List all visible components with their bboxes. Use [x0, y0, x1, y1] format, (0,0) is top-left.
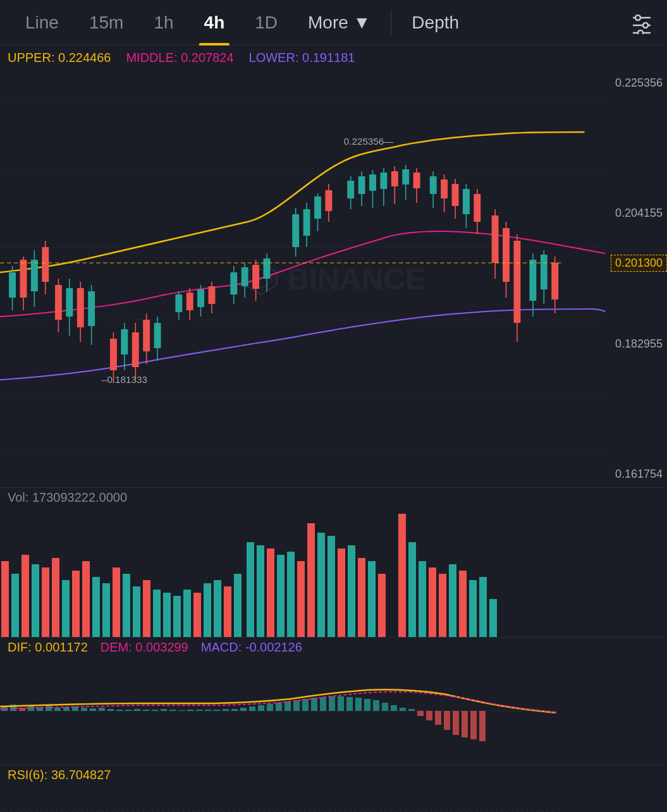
macd-lines-svg — [0, 657, 613, 765]
svg-rect-128 — [257, 545, 264, 637]
svg-rect-182 — [267, 704, 273, 711]
nav-depth[interactable]: Depth — [396, 13, 474, 33]
svg-rect-125 — [224, 586, 231, 637]
svg-rect-104 — [11, 574, 19, 637]
svg-rect-81 — [441, 179, 448, 198]
price-mid-low: 0.182955 — [615, 337, 662, 351]
svg-rect-146 — [449, 564, 456, 637]
svg-rect-97 — [541, 255, 548, 289]
svg-rect-47 — [209, 286, 216, 304]
svg-rect-201 — [435, 711, 441, 725]
svg-rect-112 — [92, 577, 100, 637]
svg-rect-202 — [444, 711, 450, 730]
svg-rect-118 — [153, 590, 161, 637]
svg-rect-147 — [459, 571, 467, 637]
bb-upper-label: UPPER: 0.224466 — [8, 51, 111, 65]
nav-line[interactable]: Line — [10, 0, 74, 45]
svg-rect-45 — [197, 289, 204, 307]
svg-rect-33 — [121, 329, 128, 354]
macd-labels: DIF: 0.001172 DEM: 0.003299 MACD: -0.002… — [0, 638, 667, 657]
rsi-chart[interactable] — [0, 785, 667, 812]
svg-rect-59 — [303, 209, 310, 236]
nav-1d[interactable]: 1D — [240, 0, 293, 45]
svg-rect-145 — [439, 574, 446, 637]
svg-rect-171 — [169, 710, 176, 711]
svg-rect-133 — [307, 523, 315, 637]
svg-rect-25 — [66, 288, 73, 317]
bb-middle-label: MIDDLE: 0.207824 — [126, 51, 233, 65]
rsi-labels: RSI(6): 36.704827 — [0, 765, 667, 785]
svg-rect-15 — [9, 272, 16, 298]
svg-rect-43 — [187, 293, 193, 310]
macd-line-chart[interactable] — [0, 657, 667, 765]
svg-rect-39 — [154, 323, 161, 348]
svg-rect-204 — [462, 711, 468, 737]
svg-rect-205 — [470, 711, 477, 739]
nav-more[interactable]: More ▼ — [293, 0, 386, 45]
svg-rect-141 — [398, 514, 406, 637]
volume-macd-chart[interactable] — [0, 511, 667, 637]
svg-rect-190 — [338, 696, 344, 711]
svg-rect-73 — [391, 171, 398, 186]
price-top: 0.225356 — [615, 76, 662, 90]
svg-rect-49 — [230, 272, 237, 294]
svg-rect-166 — [125, 710, 132, 711]
svg-rect-163 — [99, 708, 105, 711]
svg-rect-17 — [20, 260, 27, 298]
svg-rect-91 — [503, 228, 510, 282]
svg-rect-95 — [529, 260, 536, 301]
svg-rect-79 — [430, 176, 437, 194]
nav-4h[interactable]: 4h — [189, 0, 240, 45]
svg-rect-143 — [419, 561, 426, 637]
svg-rect-122 — [193, 593, 201, 637]
svg-rect-87 — [474, 194, 480, 222]
svg-rect-77 — [413, 173, 420, 188]
svg-point-3 — [643, 23, 648, 28]
price-labels: 0.225356 0.204155 0.182955 0.161754 — [610, 70, 667, 487]
svg-rect-31 — [110, 339, 117, 370]
svg-rect-196 — [391, 705, 397, 711]
svg-rect-110 — [72, 571, 80, 637]
dif-label: DIF: 0.001172 — [8, 640, 88, 655]
price-mid-high: 0.204155 — [615, 207, 662, 220]
bb-lower-label: LOWER: 0.191181 — [249, 51, 355, 65]
svg-rect-199 — [417, 711, 424, 716]
svg-rect-106 — [32, 564, 39, 637]
svg-rect-131 — [287, 552, 295, 637]
svg-rect-67 — [358, 176, 365, 194]
svg-rect-83 — [452, 184, 459, 206]
svg-rect-157 — [46, 706, 52, 711]
svg-rect-132 — [297, 561, 305, 637]
main-chart[interactable]: BINANCE — [0, 70, 667, 487]
rsi-svg — [0, 785, 613, 812]
svg-rect-150 — [489, 599, 497, 637]
svg-rect-126 — [234, 574, 242, 637]
settings-button[interactable] — [627, 8, 657, 38]
svg-point-5 — [638, 30, 643, 34]
nav-1h[interactable]: 1h — [138, 0, 188, 45]
svg-rect-138 — [358, 558, 365, 637]
svg-rect-51 — [242, 267, 248, 286]
svg-rect-27 — [77, 288, 84, 327]
svg-rect-148 — [469, 580, 477, 637]
svg-rect-127 — [247, 542, 254, 637]
svg-rect-130 — [277, 555, 285, 637]
svg-rect-124 — [214, 580, 221, 637]
svg-rect-37 — [143, 320, 150, 351]
svg-rect-184 — [285, 701, 291, 711]
nav-15m[interactable]: 15m — [74, 0, 138, 45]
svg-rect-187 — [311, 698, 317, 711]
svg-rect-111 — [82, 561, 90, 637]
svg-rect-109 — [62, 580, 70, 637]
svg-rect-169 — [152, 710, 158, 711]
price-chart-svg: 0.225356— –0.181333 — [0, 70, 667, 487]
svg-rect-167 — [134, 709, 140, 711]
svg-rect-181 — [258, 705, 264, 711]
svg-rect-189 — [329, 696, 335, 711]
svg-rect-165 — [116, 710, 123, 711]
svg-rect-194 — [373, 700, 379, 711]
svg-rect-186 — [302, 699, 309, 711]
svg-rect-206 — [479, 711, 486, 741]
svg-rect-192 — [355, 698, 362, 711]
svg-rect-103 — [1, 561, 9, 637]
